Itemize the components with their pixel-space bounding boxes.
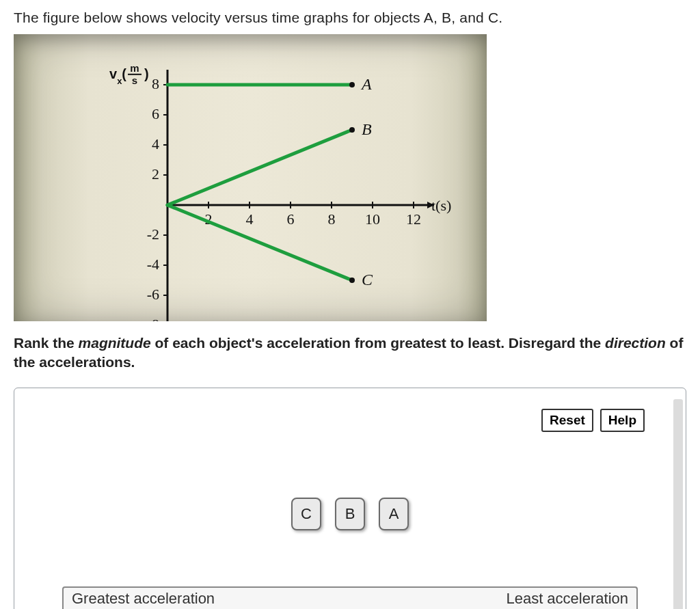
svg-point-44 [349, 278, 355, 283]
svg-text:t(s): t(s) [431, 197, 451, 214]
svg-text:vx(: vx( [109, 66, 126, 86]
help-button[interactable]: Help [600, 409, 645, 432]
svg-text:B: B [362, 120, 372, 138]
svg-text:10: 10 [365, 211, 380, 228]
svg-text:8: 8 [152, 75, 159, 92]
reset-button[interactable]: Reset [541, 409, 593, 432]
tile-a[interactable]: A [379, 498, 409, 530]
prompt-em1: magnitude [79, 335, 151, 351]
svg-line-40 [167, 130, 352, 205]
ranking-panel: Reset Help C B A Greatest acceleration L… [14, 388, 686, 609]
svg-text:12: 12 [406, 211, 421, 228]
svg-text:4: 4 [246, 211, 254, 228]
svg-text:): ) [144, 66, 149, 81]
velocity-time-figure: -8-6-4-2246824681012t(s)vx(ms)ABC [14, 34, 487, 321]
svg-text:-6: -6 [147, 286, 159, 303]
svg-text:6: 6 [152, 105, 159, 122]
panel-buttons: Reset Help [541, 409, 645, 432]
panel-scrollbar[interactable] [673, 399, 683, 609]
question-prompt: Rank the magnitude of each object's acce… [14, 334, 686, 373]
dropzone-left-label: Greatest acceleration [72, 590, 215, 608]
prompt-text2: of each object's acceleration from great… [151, 335, 605, 351]
svg-text:2: 2 [152, 165, 159, 182]
svg-text:m: m [130, 62, 139, 74]
svg-text:C: C [362, 271, 373, 288]
svg-text:6: 6 [287, 211, 295, 228]
chart-svg: -8-6-4-2246824681012t(s)vx(ms)ABC [14, 34, 487, 321]
svg-text:4: 4 [152, 135, 159, 152]
ranking-dropzone[interactable]: Greatest acceleration Least acceleration [62, 586, 638, 609]
svg-text:-8: -8 [147, 316, 159, 321]
svg-text:8: 8 [328, 211, 336, 228]
dropzone-right-label: Least acceleration [506, 590, 628, 608]
svg-point-38 [349, 82, 355, 87]
tile-c[interactable]: C [291, 498, 321, 530]
svg-point-41 [349, 127, 355, 133]
svg-text:-4: -4 [147, 256, 159, 273]
svg-line-43 [167, 205, 352, 280]
svg-text:A: A [360, 75, 372, 93]
svg-text:s: s [132, 75, 137, 86]
svg-text:-2: -2 [147, 226, 159, 243]
prompt-text: Rank the [14, 335, 79, 351]
prompt-em2: direction [605, 335, 666, 351]
tile-b[interactable]: B [335, 498, 365, 530]
intro-text: The figure below shows velocity versus t… [14, 10, 686, 26]
rank-tiles: C B A [291, 498, 409, 530]
